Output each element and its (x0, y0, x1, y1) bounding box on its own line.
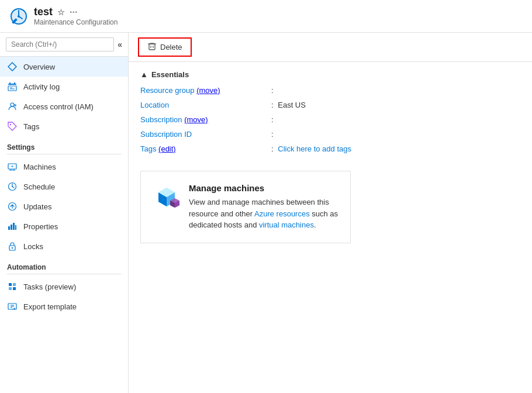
sidebar-item-label: Schedule (23, 182, 55, 191)
field-value-location: : East US (269, 101, 520, 109)
sidebar-item-label: Updates (23, 202, 51, 211)
field-value-subscription-id: : (269, 130, 520, 139)
settings-section-label: Settings (0, 136, 128, 154)
updates-icon (7, 201, 18, 212)
manage-machines-description: View and manage machines between this re… (189, 196, 338, 231)
field-value-resource-group: : (269, 86, 520, 95)
sidebar-item-properties[interactable]: Properties (0, 216, 128, 236)
add-tags-link[interactable]: Click here to add tags (278, 144, 351, 153)
field-label-subscription: Subscription (move) (140, 115, 269, 124)
field-label-tags: Tags (edit) (140, 144, 269, 153)
tags-edit-link[interactable]: (edit) (158, 144, 176, 153)
search-input[interactable] (6, 37, 114, 51)
svg-rect-33 (13, 283, 16, 286)
sidebar: « Overview Acti (0, 33, 129, 393)
sidebar-item-label: Machines (23, 163, 56, 171)
collapse-essentials-icon: ▲ (140, 70, 148, 79)
sidebar-item-tags[interactable]: Tags (0, 116, 128, 136)
settings-divider (7, 154, 121, 154)
main-layout: « Overview Acti (0, 33, 532, 393)
essentials-grid: Resource group (move) : Location : East … (140, 86, 520, 153)
svg-rect-29 (15, 225, 16, 230)
automation-section-label: Automation (0, 256, 128, 274)
manage-machines-title: Manage machines (189, 183, 338, 193)
automation-divider (7, 274, 121, 274)
sidebar-item-tasks-preview[interactable]: Tasks (preview) (0, 277, 128, 297)
sidebar-item-machines[interactable]: Machines (0, 157, 128, 177)
delete-label: Delete (160, 43, 182, 51)
locks-icon (7, 241, 18, 251)
resource-group-move-link[interactable]: (move) (196, 86, 220, 95)
svg-rect-10 (8, 86, 16, 91)
svg-rect-34 (9, 287, 12, 290)
favorite-star-icon[interactable]: ☆ (57, 8, 65, 17)
sidebar-item-overview[interactable]: Overview (0, 57, 128, 77)
svg-rect-7 (8, 84, 16, 85)
iam-icon (7, 101, 18, 112)
svg-rect-9 (14, 82, 15, 84)
resource-type-label: Maintenance Configuration (34, 18, 118, 26)
subscription-move-link[interactable]: (move) (184, 115, 208, 124)
field-label-location: Location (140, 101, 269, 109)
sidebar-item-label: Locks (23, 242, 43, 251)
manage-machines-icon (153, 183, 181, 211)
content-area: Delete ▲ Essentials Resource group (move… (129, 33, 532, 393)
svg-rect-26 (8, 226, 10, 230)
schedule-icon (7, 181, 18, 192)
overview-icon (7, 61, 18, 72)
tags-icon (7, 121, 18, 132)
activity-log-icon (7, 81, 18, 92)
sidebar-item-schedule[interactable]: Schedule (0, 177, 128, 196)
svg-point-15 (10, 124, 11, 125)
azure-resources-link[interactable]: Azure resources (254, 209, 310, 218)
sidebar-item-label: Activity log (23, 82, 60, 91)
svg-rect-27 (11, 225, 12, 230)
sidebar-item-label: Properties (23, 222, 58, 231)
svg-rect-41 (149, 44, 155, 50)
svg-rect-28 (13, 223, 15, 230)
svg-point-31 (12, 247, 13, 249)
export-icon (7, 301, 18, 312)
tasks-icon (7, 281, 18, 292)
sidebar-item-label: Export template (23, 302, 77, 311)
manage-machines-card-body: Manage machines View and manage machines… (189, 183, 338, 231)
svg-point-20 (12, 166, 13, 167)
more-options-icon[interactable]: ··· (70, 7, 77, 18)
resource-title: test ☆ ··· (34, 6, 118, 18)
machines-icon (7, 161, 18, 172)
sidebar-item-access-control[interactable]: Access control (IAM) (0, 96, 128, 116)
svg-point-4 (18, 15, 20, 18)
sidebar-item-label: Tags (23, 122, 39, 131)
svg-point-14 (14, 104, 16, 106)
sidebar-item-locks[interactable]: Locks (0, 236, 128, 256)
properties-icon (7, 221, 18, 232)
svg-rect-35 (13, 287, 16, 290)
svg-point-13 (11, 103, 14, 106)
essentials-header[interactable]: ▲ Essentials (140, 70, 520, 79)
sidebar-item-label: Access control (IAM) (23, 102, 94, 111)
field-label-resource-group: Resource group (move) (140, 86, 269, 95)
sidebar-item-updates[interactable]: Updates (0, 196, 128, 216)
svg-point-24 (12, 186, 13, 187)
app-header: test ☆ ··· Maintenance Configuration (0, 0, 532, 33)
resource-name: test (34, 6, 53, 18)
virtual-machines-link[interactable]: virtual machines (259, 220, 314, 229)
field-value-subscription: : (269, 115, 520, 124)
sidebar-item-label: Overview (23, 63, 55, 71)
toolbar: Delete (129, 33, 532, 62)
delete-button[interactable]: Delete (138, 37, 192, 57)
svg-rect-32 (9, 283, 12, 286)
field-label-subscription-id: Subscription ID (140, 130, 269, 139)
essentials-title: Essentials (151, 70, 189, 79)
sidebar-item-activity-log[interactable]: Activity log (0, 77, 128, 96)
essentials-section: ▲ Essentials Resource group (move) : Loc… (129, 62, 532, 161)
cards-row: Manage machines View and manage machines… (129, 161, 532, 253)
svg-rect-8 (9, 82, 11, 84)
sidebar-item-export-template[interactable]: Export template (0, 297, 128, 316)
collapse-sidebar-button[interactable]: « (118, 40, 122, 49)
manage-machines-card: Manage machines View and manage machines… (140, 171, 351, 243)
sidebar-item-label: Tasks (preview) (23, 282, 76, 291)
svg-marker-6 (8, 63, 16, 71)
app-logo-icon (9, 7, 28, 26)
field-value-tags: : Click here to add tags (269, 144, 520, 153)
